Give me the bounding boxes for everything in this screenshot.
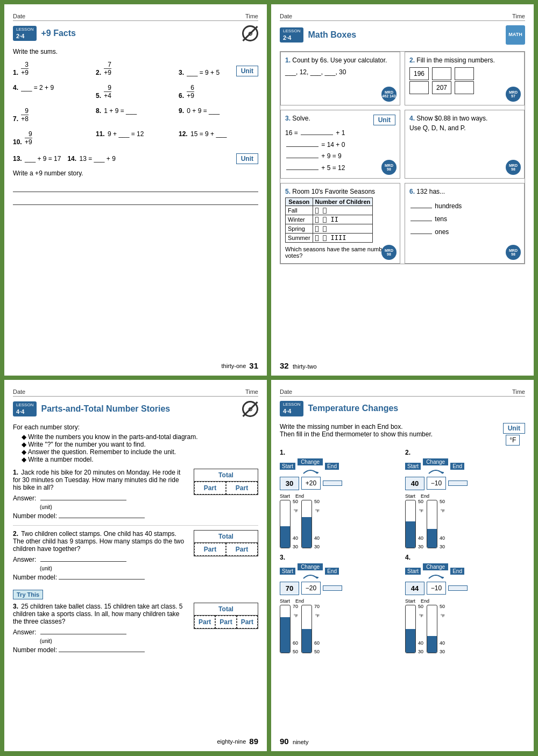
no-calculator-icon: ⊘ xyxy=(242,25,258,41)
answer-line-1[interactable] xyxy=(40,500,126,500)
page-number-89: 89 xyxy=(249,737,258,746)
thermo-pair-1: Start End 50 °F 40 30 xyxy=(280,493,400,548)
problems-row-3: 7. 9 +8 8. 1 + 9 = ___ 9. 0 + 9 = ___ xyxy=(13,107,258,123)
lesson-header-3: LESSON 4·4 Parts-and-Total Number Storie… xyxy=(13,401,258,417)
end-thermo-4 xyxy=(427,605,437,653)
unit-box-3: Unit xyxy=(373,115,395,125)
no-calculator-icon-3: ⊘ xyxy=(242,401,258,417)
thermo-problem-2: 2. Start Change End 40 −10 xyxy=(405,449,525,548)
lesson-header-4: LESSON 4·4 Temperature Changes xyxy=(280,401,525,416)
page-31: Date Time LESSON 2·4 +9 Facts ⊘ Write th… xyxy=(4,4,267,376)
thermo-pair-4: Start End 50 °F 40 30 xyxy=(405,598,525,653)
thermo-pair-3: Start End 70 °F 60 50 xyxy=(280,598,400,653)
story-line-1[interactable] xyxy=(13,181,258,192)
end-thermo-3 xyxy=(301,605,312,653)
lesson-badge-2: LESSON 2·4 xyxy=(280,27,303,43)
start-thermo-2 xyxy=(405,500,416,548)
problem-11: 11. 9 + ___ = 12 xyxy=(96,130,175,146)
problems-row-5: 13. ___ + 9 = 17 14. 13 = ___ + 9 Unit xyxy=(13,153,258,164)
parts-total-3: Total Part Part Part xyxy=(194,603,258,654)
page-89: Date Time LESSON 4·4 Parts-and-Total Num… xyxy=(4,380,267,751)
page-num-area-90: 90 ninety xyxy=(280,737,525,746)
page-32: Date Time LESSON 2·4 Math Boxes MATH 1. … xyxy=(271,4,534,376)
math-ref-icon: MATH xyxy=(506,25,525,45)
seasons-table: Season Number of Children Fall 𯿿 𯿿 Winte… xyxy=(285,197,373,243)
date-label-2: Date xyxy=(280,13,292,19)
change-arrow-2 xyxy=(428,466,444,475)
end-thermo-2 xyxy=(427,500,437,548)
page-num-area-89: eighty-nine 89 xyxy=(217,737,258,746)
page-num-area-31: thirty-one 31 xyxy=(221,361,258,370)
date-label-1: Date xyxy=(13,13,25,19)
lesson-badge-1: LESSON 2·4 xyxy=(13,26,37,41)
thermo-problem-1: 1. Start Change End xyxy=(280,449,400,548)
table-row: Summer 𯿿 𯿿 IIII xyxy=(286,234,373,243)
model-line-2[interactable] xyxy=(59,579,145,580)
time-label-2: Time xyxy=(512,13,525,19)
mathbox-2: 2. Fill in the missing numbers. 196 207 … xyxy=(405,52,525,105)
problem-section-2: 2. Two children collect stamps. One chil… xyxy=(13,530,258,581)
page-text-31: thirty-one xyxy=(221,363,246,369)
unit-box-2: Unit xyxy=(236,153,258,164)
pages-container: Date Time LESSON 2·4 +9 Facts ⊘ Write th… xyxy=(0,0,538,755)
mrb-badge-4: MRD98 xyxy=(506,160,521,175)
change-arrow-1 xyxy=(302,466,318,475)
parts-total-1: Total Part Part xyxy=(194,469,258,520)
thermo-grid: 1. Start Change End xyxy=(280,449,525,653)
problems-row-4: 10. 9 +9 11. 9 + ___ = 12 12. 15 = 9 + _… xyxy=(13,130,258,146)
problem-section-3: 3. 25 children take ballet class. 15 chi… xyxy=(13,603,258,654)
time-label-4: Time xyxy=(512,388,525,395)
mathbox-5: 5. Room 10's Favorite Seasons Season Num… xyxy=(280,183,400,264)
seasons-question: Which seasons have the same number of vo… xyxy=(285,246,395,259)
date-time-row-4: Date Time xyxy=(280,388,525,397)
instruction-1: Write the missing number in each End box… xyxy=(280,423,433,430)
start-thermo-3 xyxy=(280,605,291,653)
unit-box-4: Unit xyxy=(503,423,525,434)
mrb-badge-6: MRD98 xyxy=(506,245,521,260)
problems-row-1: 1. 3 +9 2. 7 +9 3. ___ = 9 + 5 Unit xyxy=(13,61,258,76)
problem-1: 1. 3 +9 xyxy=(13,61,93,76)
answer-line-2[interactable] xyxy=(40,561,126,562)
date-label-3: Date xyxy=(13,388,25,395)
model-line-3[interactable] xyxy=(59,652,145,652)
time-label-3: Time xyxy=(245,388,258,395)
lesson-title-2: Math Boxes xyxy=(308,30,356,40)
page-90: Date Time LESSON 4·4 Temperature Changes… xyxy=(271,380,534,751)
start-thermo-4 xyxy=(405,605,416,653)
try-this-label: Try This xyxy=(13,590,43,599)
change-arrow-4 xyxy=(428,571,444,580)
thermo-problem-3: 3. Start Change End 70 −20 xyxy=(280,554,400,653)
thermo-pair-2: Start End 50 °F 40 30 xyxy=(405,493,525,548)
mrb-badge-1: MRD462 143 xyxy=(381,87,397,102)
problem-13: 13. ___ + 9 = 17 xyxy=(13,155,61,162)
lesson-title-1: +9 Facts xyxy=(41,29,75,38)
date-time-row-2: Date Time xyxy=(280,13,525,21)
unit-box-1: Unit xyxy=(236,66,258,76)
time-label-1: Time xyxy=(245,13,258,19)
problem-10: 10. 9 +9 xyxy=(13,130,93,146)
instruction-2: Then fill in the End thermometer to show… xyxy=(280,430,433,438)
answer-line-3[interactable] xyxy=(40,634,126,634)
mathbox-4: 4. Show $0.88 in two ways. Use Q, D, N, … xyxy=(405,110,525,179)
story-line-2[interactable] xyxy=(13,194,258,205)
problem-5: 5. 9 +4 xyxy=(96,84,175,100)
date-label-4: Date xyxy=(280,388,292,395)
date-time-row-3: Date Time xyxy=(13,388,258,397)
page-text-right-90: ninety xyxy=(293,739,308,745)
mathboxes-grid: 1. Count by 6s. Use your calculator. ___… xyxy=(280,51,525,264)
start-thermo-1 xyxy=(280,500,291,548)
problem-9: 9. 0 + 9 = ___ xyxy=(179,107,258,123)
intro-text: For each number story: xyxy=(13,423,258,431)
problem-6: 6. 6 +9 xyxy=(179,84,258,100)
problems-row-2: 4. ___ = 2 + 9 5. 9 +4 6. 6 +9 xyxy=(13,84,258,100)
lesson-header-1: LESSON 2·4 +9 Facts ⊘ xyxy=(13,25,258,41)
lesson-header-2: LESSON 2·4 Math Boxes MATH xyxy=(280,25,525,45)
lesson-title-4: Temperature Changes xyxy=(308,404,398,413)
lesson-word-1: LESSON xyxy=(16,27,33,32)
problem-2: 2. 7 +9 xyxy=(96,61,175,76)
instruction-1: Write the sums. xyxy=(13,48,258,55)
model-line-1[interactable] xyxy=(59,518,145,518)
date-time-row-1: Date Time xyxy=(13,13,258,21)
page-num-area-32: 32 thirty-two xyxy=(280,361,525,370)
mrb-badge-2: MRD97 xyxy=(506,87,521,102)
